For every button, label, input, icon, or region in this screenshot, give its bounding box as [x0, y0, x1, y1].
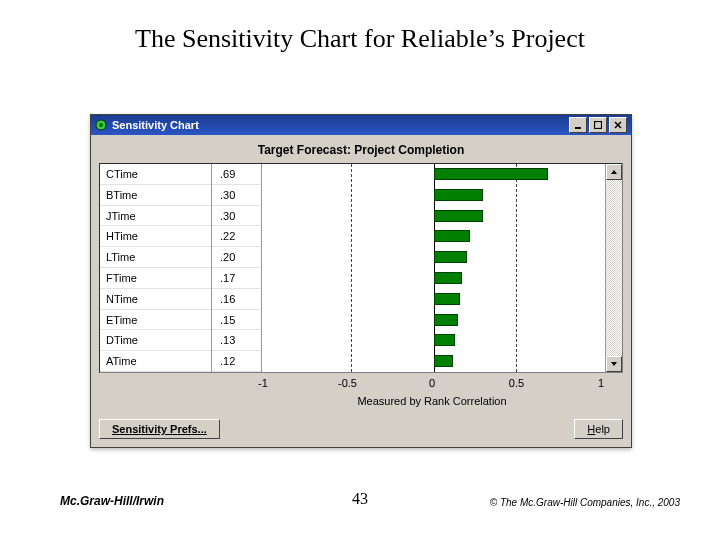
- category-label: JTime: [100, 206, 211, 227]
- value-label: .20: [212, 247, 261, 268]
- bar-row: [268, 206, 599, 227]
- category-label: CTime: [100, 164, 211, 185]
- scrollbar[interactable]: [605, 164, 622, 372]
- value-label: .30: [212, 206, 261, 227]
- bar: [434, 230, 470, 242]
- value-label: .13: [212, 330, 261, 351]
- value-label: .17: [212, 268, 261, 289]
- category-label: FTime: [100, 268, 211, 289]
- category-label: ETime: [100, 310, 211, 331]
- footer-right: © The Mc.Graw-Hill Companies, Inc., 2003: [490, 497, 680, 508]
- titlebar[interactable]: Sensitivity Chart: [91, 115, 631, 135]
- bar-row: [268, 310, 599, 331]
- value-label: .16: [212, 289, 261, 310]
- bar-row: [268, 351, 599, 372]
- svg-rect-2: [575, 127, 581, 129]
- bar-row: [268, 164, 599, 185]
- chart-title: Target Forecast: Project Completion: [91, 135, 631, 163]
- value-label: .12: [212, 351, 261, 372]
- scroll-up-button[interactable]: [606, 164, 622, 180]
- category-label: DTime: [100, 330, 211, 351]
- bar: [434, 168, 548, 180]
- category-label: NTime: [100, 289, 211, 310]
- axis-tick: 0: [429, 377, 435, 389]
- svg-point-1: [99, 123, 103, 127]
- bar: [434, 334, 456, 346]
- bar-row: [268, 247, 599, 268]
- bar: [434, 355, 454, 367]
- bar: [434, 251, 467, 263]
- axis-tick: 0.5: [509, 377, 524, 389]
- chart-panel: CTimeBTimeJTimeHTimeLTimeFTimeNTimeETime…: [99, 163, 623, 373]
- x-axis-label: Measured by Rank Correlation: [263, 395, 601, 407]
- value-label: .30: [212, 185, 261, 206]
- bar-row: [268, 268, 599, 289]
- scroll-down-button[interactable]: [606, 356, 622, 372]
- category-label: BTime: [100, 185, 211, 206]
- slide: The Sensitivity Chart for Reliable’s Pro…: [0, 0, 720, 540]
- svg-rect-3: [595, 122, 602, 129]
- category-label: LTime: [100, 247, 211, 268]
- category-label: ATime: [100, 351, 211, 372]
- bar-row: [268, 289, 599, 310]
- category-label: HTime: [100, 226, 211, 247]
- sensitivity-prefs-button[interactable]: Sensitivity Prefs...: [99, 419, 220, 439]
- maximize-button[interactable]: [589, 117, 607, 133]
- plot-area: [262, 164, 605, 372]
- close-button[interactable]: [609, 117, 627, 133]
- value-label: .15: [212, 310, 261, 331]
- sensitivity-chart-window: Sensitivity Chart Target Forecast: Proje…: [90, 114, 632, 448]
- value-label: .22: [212, 226, 261, 247]
- window-title: Sensitivity Chart: [112, 119, 567, 131]
- minimize-button[interactable]: [569, 117, 587, 133]
- bar: [434, 293, 460, 305]
- scroll-track[interactable]: [606, 180, 622, 356]
- category-column: CTimeBTimeJTimeHTimeLTimeFTimeNTimeETime…: [100, 164, 212, 372]
- axis-ticks-row: -1-0.500.51: [99, 377, 623, 395]
- bar: [434, 210, 484, 222]
- bar: [434, 314, 459, 326]
- bar-row: [268, 185, 599, 206]
- axis-tick: 1: [598, 377, 604, 389]
- bar-row: [268, 330, 599, 351]
- axis-tick: -0.5: [338, 377, 357, 389]
- bar: [434, 189, 484, 201]
- page-title: The Sensitivity Chart for Reliable’s Pro…: [0, 24, 720, 54]
- help-button[interactable]: Help: [574, 419, 623, 439]
- svg-marker-6: [611, 170, 617, 174]
- bar: [434, 272, 462, 284]
- bar-row: [268, 226, 599, 247]
- value-label: .69: [212, 164, 261, 185]
- app-icon: [94, 118, 108, 132]
- axis-tick: -1: [258, 377, 268, 389]
- value-column: .69.30.30.22.20.17.16.15.13.12: [212, 164, 262, 372]
- svg-marker-7: [611, 362, 617, 366]
- axis-label-row: Measured by Rank Correlation: [99, 395, 623, 407]
- button-bar: Sensitivity Prefs... Help: [91, 413, 631, 447]
